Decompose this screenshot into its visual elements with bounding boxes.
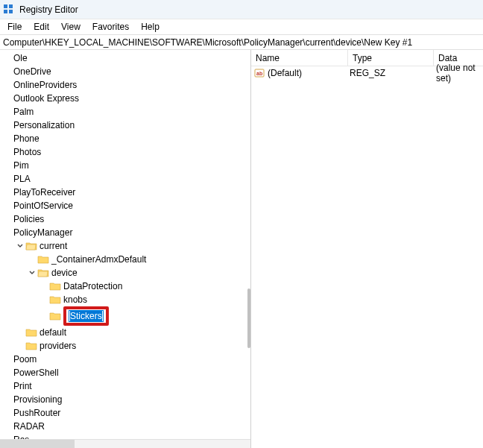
- tree-item-label: DataProtection: [63, 281, 122, 291]
- menu-bar: File Edit View Favorites Help: [0, 19, 483, 34]
- tree-item-label: device: [51, 268, 78, 278]
- string-value-icon: ab: [254, 68, 265, 78]
- folder-icon: [49, 311, 61, 321]
- tree-item[interactable]: Policies: [0, 212, 250, 226]
- tree-item-label: default: [40, 327, 66, 338]
- tree-item-label: Print: [13, 381, 32, 391]
- folder-icon: [25, 241, 37, 251]
- tree-item-label: OnlineProviders: [13, 80, 77, 90]
- menu-view[interactable]: View: [57, 20, 88, 34]
- tree-item-label: PowerShell: [13, 367, 59, 378]
- value-name: (Default): [268, 68, 350, 78]
- values-body: ab(Default)REG_SZ(value not set): [251, 66, 483, 448]
- values-pane: Name Type Data ab(Default)REG_SZ(value n…: [251, 50, 483, 448]
- tree-item[interactable]: PointOfService: [0, 199, 250, 212]
- tree-item[interactable]: Personalization: [0, 119, 250, 132]
- tree-item-label: PointOfService: [13, 201, 73, 211]
- tree-item[interactable]: Phone: [0, 132, 250, 145]
- tree-item[interactable]: DataProtection: [0, 280, 250, 293]
- tree-item[interactable]: Stickers: [0, 306, 250, 326]
- tree-item-label: Phone: [13, 133, 40, 144]
- svg-rect-2: [4, 10, 7, 13]
- tree-item[interactable]: providers: [0, 339, 250, 353]
- tree-item-label: PushRouter: [13, 408, 60, 418]
- value-row[interactable]: ab(Default)REG_SZ(value not set): [251, 66, 483, 80]
- tree-item-label: Policies: [13, 214, 44, 224]
- folder-icon: [49, 294, 61, 305]
- tree-item[interactable]: Provisioning: [0, 393, 250, 406]
- tree-item-label: Poom: [13, 354, 37, 365]
- tree-item-label: Ole: [13, 53, 28, 63]
- menu-edit[interactable]: Edit: [29, 20, 57, 34]
- tree-item[interactable]: knobs: [0, 293, 250, 306]
- tree-item[interactable]: default: [0, 326, 250, 339]
- tree-item[interactable]: Poom: [0, 353, 250, 366]
- folder-icon: [37, 254, 49, 265]
- tree-item[interactable]: PolicyManager: [0, 226, 250, 239]
- tree-item-label: _ContainerAdmxDefault: [51, 254, 146, 265]
- tree-item[interactable]: Print: [0, 379, 250, 393]
- title-bar: Registry Editor: [0, 0, 483, 19]
- tree-item[interactable]: _ContainerAdmxDefault: [0, 253, 250, 266]
- value-type: REG_SZ: [350, 68, 436, 78]
- svg-rect-1: [9, 4, 13, 8]
- tree-item-label: Palm: [13, 107, 34, 117]
- menu-favorites[interactable]: Favorites: [88, 20, 136, 34]
- tree-item-label: Photos: [13, 147, 41, 157]
- folder-icon: [25, 327, 37, 338]
- menu-file[interactable]: File: [3, 20, 29, 34]
- tree-item[interactable]: device: [0, 266, 250, 280]
- tree-item[interactable]: Palm: [0, 105, 250, 119]
- svg-text:ab: ab: [256, 71, 262, 76]
- expander-icon[interactable]: [27, 269, 37, 277]
- folder-icon: [37, 268, 49, 278]
- tree-item[interactable]: Ole: [0, 51, 250, 65]
- expander-icon[interactable]: [15, 242, 25, 250]
- column-header-type[interactable]: Type: [348, 50, 434, 66]
- column-header-name[interactable]: Name: [251, 50, 348, 66]
- folder-icon: [25, 341, 37, 351]
- tree-item[interactable]: RADAR: [0, 420, 250, 433]
- tree-item-label: Personalization: [13, 120, 75, 130]
- folder-icon: [49, 281, 61, 291]
- address-bar[interactable]: Computer\HKEY_LOCAL_MACHINE\SOFTWARE\Mic…: [0, 34, 483, 50]
- tree-item[interactable]: Photos: [0, 145, 250, 159]
- tree-item-label: knobs: [63, 294, 87, 305]
- tree-item-label: current: [40, 241, 67, 251]
- svg-rect-0: [4, 4, 7, 8]
- horizontal-scrollbar-thumb[interactable]: [0, 440, 75, 448]
- tree-item-label: Pim: [13, 160, 29, 171]
- tree-item[interactable]: PowerShell: [0, 366, 250, 379]
- app-icon: [3, 4, 15, 16]
- tree-item-label: PolicyManager: [13, 227, 72, 238]
- tree-item-label: providers: [40, 341, 76, 351]
- rename-selected-text: Stickers: [70, 311, 102, 321]
- tree-item[interactable]: OneDrive: [0, 65, 250, 78]
- tree-item[interactable]: OnlineProviders: [0, 78, 250, 92]
- tree-item-label: PLA: [13, 174, 31, 184]
- svg-rect-3: [9, 10, 13, 13]
- horizontal-scrollbar[interactable]: [0, 439, 251, 448]
- value-data: (value not set): [436, 63, 483, 83]
- tree-item[interactable]: PlayToReceiver: [0, 186, 250, 199]
- rename-input[interactable]: Stickers: [69, 310, 104, 322]
- window-title: Registry Editor: [19, 4, 78, 15]
- tree-item-label: OneDrive: [13, 66, 51, 77]
- menu-help[interactable]: Help: [136, 20, 167, 34]
- tree-item[interactable]: Outlook Express: [0, 92, 250, 105]
- address-text: Computer\HKEY_LOCAL_MACHINE\SOFTWARE\Mic…: [3, 37, 412, 48]
- tree-item-label: Outlook Express: [13, 93, 79, 104]
- tree-item[interactable]: Pim: [0, 159, 250, 172]
- tree-item-label: Provisioning: [13, 394, 62, 405]
- tree-item[interactable]: PushRouter: [0, 406, 250, 420]
- scrollbar-thumb[interactable]: [247, 288, 250, 348]
- tree-item[interactable]: PLA: [0, 172, 250, 186]
- tree-item[interactable]: current: [0, 239, 250, 253]
- tree-item-label: RADAR: [13, 421, 45, 432]
- rename-highlight: Stickers: [63, 306, 109, 326]
- tree-item-label: PlayToReceiver: [13, 187, 75, 198]
- tree-pane[interactable]: OleOneDriveOnlineProvidersOutlook Expres…: [0, 50, 251, 448]
